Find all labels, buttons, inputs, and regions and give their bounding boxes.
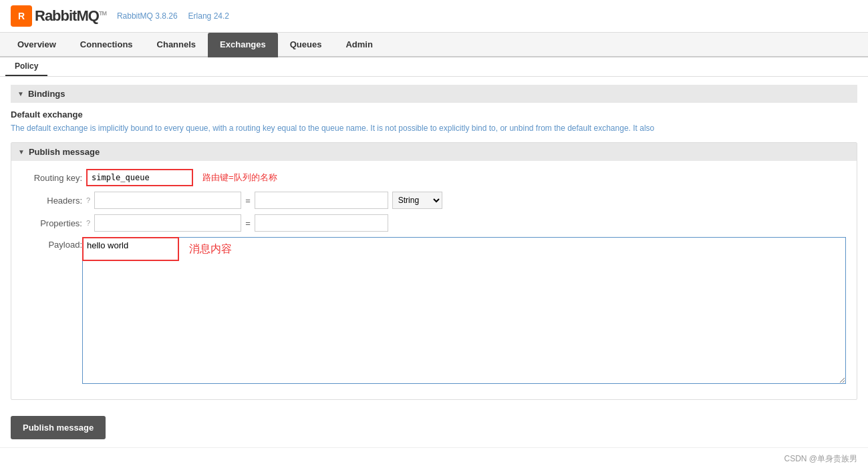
footer-text: CSDN @单身贵族男: [784, 454, 857, 463]
rabbitmq-version[interactable]: RabbitMQ 3.8.26: [117, 11, 178, 21]
properties-help-icon[interactable]: ?: [86, 219, 90, 227]
routing-key-input[interactable]: [86, 169, 193, 186]
top-header: R RabbitMQTM RabbitMQ 3.8.26 Erlang 24.2: [0, 0, 868, 33]
headers-row: Headers: ? = String Integer Boolean: [22, 192, 846, 209]
tab-channels[interactable]: Channels: [145, 33, 208, 57]
payload-row: Payload: hello world 消息内容: [22, 237, 846, 386]
payload-input[interactable]: hello world: [82, 237, 846, 384]
properties-value-input[interactable]: [255, 214, 388, 232]
publish-toggle-icon: ▼: [18, 148, 25, 156]
headers-type-select[interactable]: String Integer Boolean: [392, 192, 442, 209]
logo-rabbit: R RabbitMQTM: [11, 5, 106, 27]
properties-row: Properties: ? =: [22, 214, 846, 232]
tab-admin[interactable]: Admin: [333, 33, 384, 57]
publish-message-button[interactable]: Publish message: [11, 416, 106, 439]
sub-nav: Policy: [0, 57, 868, 77]
publish-header[interactable]: ▼ Publish message: [11, 143, 857, 161]
headers-label: Headers:: [22, 196, 82, 206]
properties-key-input[interactable]: [94, 214, 241, 232]
default-exchange-label: Default exchange: [11, 109, 857, 120]
content: ▼ Bindings Default exchange The default …: [0, 77, 868, 447]
bindings-label: Bindings: [28, 89, 65, 99]
headers-help-icon[interactable]: ?: [86, 196, 90, 204]
bindings-section-header[interactable]: ▼ Bindings: [11, 85, 857, 103]
properties-label: Properties:: [22, 218, 82, 228]
nav-tabs: Overview Connections Channels Exchanges …: [0, 33, 868, 57]
properties-equals: =: [245, 218, 251, 228]
default-exchange-info: The default exchange is implicitly bound…: [11, 122, 857, 134]
logo-area: R RabbitMQTM RabbitMQ 3.8.26 Erlang 24.2: [11, 5, 229, 27]
publish-section-label: Publish message: [29, 147, 100, 157]
headers-key-input[interactable]: [94, 192, 241, 209]
routing-key-row: Routing key: 路由键=队列的名称: [22, 169, 846, 186]
payload-wrapper: hello world 消息内容: [82, 237, 846, 386]
payload-label: Payload:: [22, 237, 82, 250]
version-info: RabbitMQ 3.8.26 Erlang 24.2: [117, 11, 229, 21]
bindings-toggle-icon: ▼: [17, 90, 24, 97]
erlang-version[interactable]: Erlang 24.2: [188, 11, 229, 21]
publish-body: Routing key: 路由键=队列的名称 Headers: ? = Stri…: [11, 161, 857, 399]
routing-key-label: Routing key:: [22, 173, 82, 183]
annotation-routing: 路由键=队列的名称: [202, 172, 277, 184]
footer: CSDN @单身贵族男: [0, 447, 868, 466]
headers-value-input[interactable]: [255, 192, 388, 209]
headers-equals: =: [245, 196, 251, 206]
tab-overview[interactable]: Overview: [5, 33, 68, 57]
logo-icon: R: [11, 5, 32, 27]
tab-connections[interactable]: Connections: [68, 33, 145, 57]
logo-text: RabbitMQTM: [35, 7, 106, 25]
sub-nav-policy[interactable]: Policy: [5, 57, 47, 76]
publish-section: ▼ Publish message Routing key: 路由键=队列的名称…: [11, 142, 857, 400]
tab-queues[interactable]: Queues: [278, 33, 334, 57]
annotation-payload: 消息内容: [189, 242, 232, 256]
tab-exchanges[interactable]: Exchanges: [208, 33, 278, 57]
